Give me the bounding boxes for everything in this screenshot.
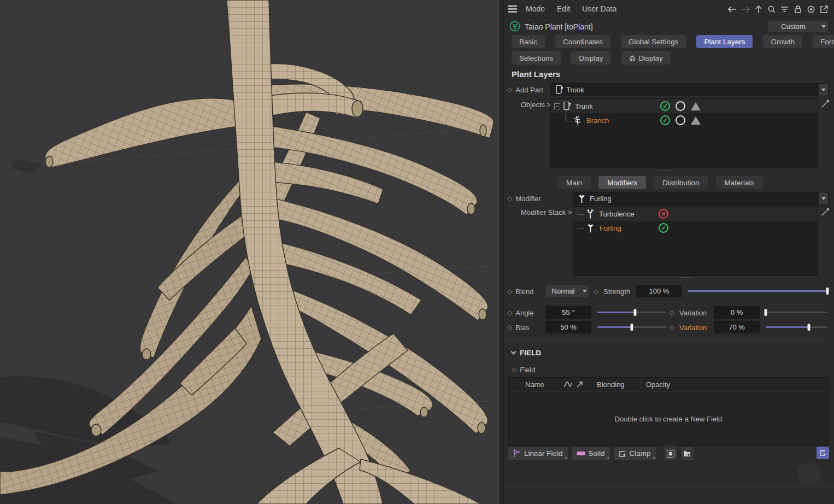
- blend-strength-row: ◇ Blend Normal ◇ Strength 100 %: [504, 285, 829, 298]
- subtab-modifiers[interactable]: Modifiers: [598, 176, 646, 189]
- variation2-slider[interactable]: [766, 326, 827, 328]
- tree-item-label[interactable]: Branch: [586, 116, 609, 125]
- triangle-icon[interactable]: [691, 116, 701, 125]
- subtab-main[interactable]: Main: [557, 176, 591, 189]
- linear-field-button[interactable]: Linear Field: [507, 447, 568, 460]
- menu-mode[interactable]: Mode: [526, 4, 545, 13]
- variation1-slider[interactable]: [766, 312, 827, 313]
- variation2-input[interactable]: 70 %: [714, 321, 760, 333]
- add-part-dropdown[interactable]: Trunk: [550, 83, 829, 96]
- bias-slider[interactable]: [597, 326, 666, 328]
- viewport-3d[interactable]: [0, 0, 500, 504]
- stack-row-furling[interactable]: Furling ✓: [573, 221, 818, 235]
- enabled-check-icon[interactable]: ✓: [659, 223, 668, 233]
- clamp-mode-toggle-button[interactable]: [817, 447, 829, 459]
- stack-row-turbulence[interactable]: Turbulence ✕: [573, 207, 818, 221]
- subtab-distribution[interactable]: Distribution: [654, 176, 708, 189]
- preset-dropdown[interactable]: Custom: [767, 20, 829, 33]
- forward-arrow-icon[interactable]: [741, 4, 750, 14]
- modifier-value: Furling: [590, 195, 612, 203]
- field-table-empty[interactable]: Double click to create a New Field: [509, 391, 828, 446]
- triangle-icon[interactable]: [691, 102, 701, 110]
- clamp-button[interactable]: Clamp: [613, 447, 656, 460]
- stack-item-label[interactable]: Turbulence: [599, 210, 635, 218]
- hamburger-menu-icon[interactable]: [508, 5, 517, 13]
- column-opacity[interactable]: Opacity: [640, 380, 689, 389]
- keyframe-diamond-icon[interactable]: ◇: [669, 309, 674, 317]
- new-folder-button[interactable]: [680, 447, 694, 460]
- angle-input[interactable]: 55 °: [545, 306, 591, 319]
- blend-select[interactable]: Normal: [545, 285, 589, 297]
- tab-display[interactable]: Display: [571, 51, 610, 65]
- lock-icon[interactable]: [793, 4, 802, 14]
- bias-variation-row: ◇ Bias 50 % ◇ Variation 70 %: [504, 321, 829, 334]
- panel-separator[interactable]: [500, 0, 504, 504]
- tab-selections[interactable]: Selections: [512, 51, 561, 65]
- tab-basic[interactable]: Basic: [512, 35, 545, 48]
- modifier-dropdown[interactable]: Furling: [573, 192, 829, 205]
- filter-icon[interactable]: [780, 4, 789, 14]
- turbulence-icon: [586, 209, 595, 219]
- subtab-materials[interactable]: Materials: [716, 176, 763, 189]
- menu-edit[interactable]: Edit: [557, 4, 570, 13]
- solid-label: Solid: [589, 449, 605, 458]
- keyframe-diamond-icon[interactable]: ◇: [507, 324, 512, 331]
- strength-input[interactable]: 100 %: [636, 285, 682, 297]
- variation1-input[interactable]: 0 %: [714, 306, 760, 319]
- collapse-icon[interactable]: −: [554, 103, 560, 109]
- visibility-circle-icon[interactable]: [676, 115, 685, 125]
- column-name[interactable]: Name: [509, 380, 555, 389]
- add-part-dropdown-arrow[interactable]: [819, 84, 828, 96]
- preset-dropdown-arrow[interactable]: [819, 21, 828, 32]
- splitter-handle[interactable]: ·····: [680, 274, 695, 280]
- keyframe-diamond-icon[interactable]: ◇: [594, 288, 598, 295]
- disabled-x-icon[interactable]: ✕: [659, 209, 668, 219]
- plant-model-render: [0, 0, 500, 504]
- field-section-header[interactable]: FIELD: [512, 349, 541, 357]
- tab-forces[interactable]: Forces: [813, 35, 834, 48]
- tab-display-2[interactable]: Display: [621, 51, 671, 65]
- angle-variation-row: ◇ Angle 55 ° ◇ Variation 0 %: [504, 306, 829, 319]
- clamp-icon: [619, 450, 626, 458]
- tab-plant-layers[interactable]: Plant Layers: [696, 35, 753, 48]
- sphere-field-button[interactable]: [664, 447, 678, 460]
- up-arrow-icon[interactable]: [754, 4, 763, 14]
- keyframe-diamond-icon[interactable]: ◇: [507, 288, 512, 295]
- tree-item-label[interactable]: Trunk: [575, 102, 593, 110]
- column-icons[interactable]: [555, 380, 591, 389]
- variation1-label: Variation: [679, 309, 707, 317]
- angle-slider[interactable]: [597, 312, 666, 313]
- menu-user-data[interactable]: User Data: [582, 4, 616, 13]
- keyframe-diamond-icon[interactable]: ◇: [669, 324, 674, 331]
- tab-growth[interactable]: Growth: [763, 35, 802, 48]
- keyframe-diamond-icon[interactable]: ◇: [512, 366, 516, 373]
- record-target-icon[interactable]: [806, 4, 815, 14]
- modifier-dropdown-arrow[interactable]: [819, 192, 828, 204]
- tab-global-settings[interactable]: Global Settings: [621, 35, 686, 48]
- column-blending[interactable]: Blending: [591, 380, 640, 389]
- stack-item-label[interactable]: Furling: [600, 224, 621, 232]
- back-arrow-icon[interactable]: [727, 4, 737, 14]
- keyframe-diamond-icon[interactable]: ◇: [507, 86, 512, 93]
- keyframe-diamond-icon[interactable]: ◇: [507, 195, 512, 202]
- pick-object-eyedropper-icon[interactable]: [821, 99, 830, 108]
- pick-modifier-eyedropper-icon[interactable]: [821, 208, 830, 216]
- enabled-check-icon[interactable]: ✓: [660, 115, 670, 125]
- tree-row-branch[interactable]: Branch ✓: [551, 113, 818, 127]
- tree-connector: [578, 222, 584, 229]
- solid-button[interactable]: Solid: [571, 447, 610, 460]
- enabled-check-icon[interactable]: ✓: [660, 101, 670, 111]
- strength-slider[interactable]: [688, 290, 827, 292]
- visibility-circle-icon[interactable]: [676, 101, 685, 111]
- objects-label[interactable]: Objects >: [521, 101, 551, 109]
- splitter-handle[interactable]: ·····: [658, 167, 673, 173]
- field-table: Name Blending Opacity Double click to cr…: [508, 377, 829, 446]
- tree-row-trunk[interactable]: − Trunk ✓: [551, 99, 818, 113]
- bias-input[interactable]: 50 %: [545, 321, 591, 333]
- tab-coordinates[interactable]: Coordinates: [555, 35, 610, 48]
- modifier-stack-label[interactable]: Modifier Stack >: [521, 208, 572, 216]
- variation2-label: Variation: [679, 324, 707, 332]
- popout-icon[interactable]: [819, 4, 829, 14]
- search-icon[interactable]: [767, 4, 776, 14]
- keyframe-diamond-icon[interactable]: ◇: [507, 309, 512, 317]
